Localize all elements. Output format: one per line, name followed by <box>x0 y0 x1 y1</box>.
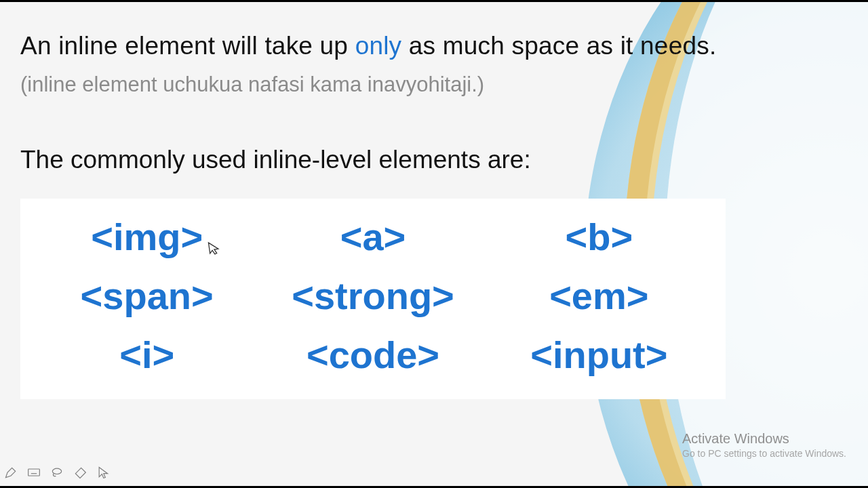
tag-i: <i> <box>34 326 260 385</box>
tag-row-3: <i> <code> <input> <box>34 326 712 385</box>
tag-b: <b> <box>486 208 712 267</box>
tag-a: <a> <box>260 208 486 267</box>
headline-post: as much space as it needs. <box>401 32 716 60</box>
tag-row-2: <span> <strong> <em> <box>34 267 712 326</box>
tag-input: <input> <box>486 326 712 385</box>
pointer-icon[interactable] <box>96 466 110 482</box>
section-heading: The commonly used inline-level elements … <box>20 146 827 174</box>
headline: An inline element will take up only as m… <box>20 32 827 60</box>
svg-rect-0 <box>28 469 40 476</box>
mouse-cursor-icon <box>207 240 222 260</box>
slide-content: An inline element will take up only as m… <box>0 2 868 399</box>
watermark-title: Activate Windows <box>682 431 846 447</box>
tag-em: <em> <box>486 267 712 326</box>
tag-code: <code> <box>260 326 486 385</box>
watermark-subtitle: Go to PC settings to activate Windows. <box>682 448 846 459</box>
eraser-icon[interactable] <box>73 466 87 482</box>
lasso-icon[interactable] <box>50 466 64 482</box>
tag-strong: <strong> <box>260 267 486 326</box>
pen-icon[interactable] <box>4 466 18 482</box>
tag-img: <img> <box>34 208 260 267</box>
svg-point-6 <box>52 468 61 474</box>
keyboard-icon[interactable] <box>27 466 41 482</box>
slide-stage: An inline element will take up only as m… <box>0 0 868 488</box>
windows-activation-watermark: Activate Windows Go to PC settings to ac… <box>682 431 846 459</box>
subtitle-translation: (inline element uchukua nafasi kama inav… <box>20 73 827 97</box>
tag-span: <span> <box>34 267 260 326</box>
headline-highlight: only <box>355 32 402 60</box>
headline-pre: An inline element will take up <box>20 32 355 60</box>
tag-grid: <img> <a> <b> <span> <strong> <em> <i> <… <box>20 199 726 399</box>
presenter-toolbar <box>4 466 110 482</box>
tag-row-1: <img> <a> <b> <box>34 208 712 267</box>
